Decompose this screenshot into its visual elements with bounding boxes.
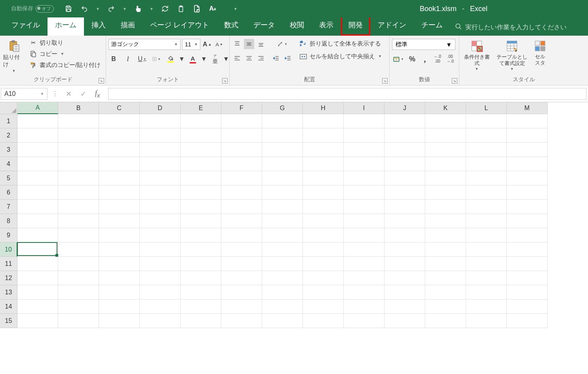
cell[interactable] <box>344 300 384 314</box>
wrap-text-button[interactable]: abc 折り返して全体を表示する <box>298 39 383 48</box>
cell[interactable] <box>344 271 384 285</box>
cell[interactable] <box>303 271 344 285</box>
row-header[interactable]: 7 <box>0 200 17 214</box>
cell[interactable] <box>303 314 344 328</box>
cell[interactable] <box>221 128 262 143</box>
decrease-decimal-button[interactable]: .00→.0 <box>445 54 455 64</box>
cell[interactable] <box>181 214 221 228</box>
cell[interactable] <box>221 171 262 185</box>
cell[interactable] <box>384 171 425 185</box>
tab-5[interactable]: 数式 <box>217 15 246 36</box>
row-header[interactable]: 3 <box>0 143 17 157</box>
cell[interactable] <box>58 128 99 143</box>
cell[interactable] <box>221 114 262 128</box>
enter-icon[interactable]: ✓ <box>80 90 86 98</box>
cell[interactable] <box>507 228 548 242</box>
cell[interactable] <box>425 228 466 242</box>
column-header[interactable]: F <box>221 102 262 114</box>
cell[interactable] <box>17 214 58 228</box>
cell[interactable] <box>466 171 507 185</box>
cell[interactable] <box>221 143 262 157</box>
cell[interactable] <box>58 228 99 242</box>
cell[interactable] <box>99 314 140 328</box>
cell[interactable] <box>58 285 99 300</box>
cell[interactable] <box>140 200 181 214</box>
cell[interactable] <box>140 314 181 328</box>
cell[interactable] <box>384 228 425 242</box>
cell[interactable] <box>99 285 140 300</box>
cell[interactable] <box>181 128 221 143</box>
dropdown-icon[interactable]: ▼ <box>123 7 127 11</box>
cell-styles-button[interactable]: セル スタ <box>532 37 548 68</box>
cell[interactable] <box>262 157 303 171</box>
cell[interactable] <box>425 114 466 128</box>
cell[interactable] <box>99 242 140 257</box>
column-header[interactable]: A <box>17 102 58 114</box>
row-header[interactable]: 15 <box>0 314 17 328</box>
cell[interactable] <box>181 242 221 257</box>
align-center-button[interactable] <box>244 53 254 63</box>
number-format-combo[interactable]: 標準 ▼ <box>392 39 455 50</box>
tab-1[interactable]: ホーム <box>48 15 84 36</box>
cell[interactable] <box>17 242 58 257</box>
cell[interactable] <box>221 228 262 242</box>
cell[interactable] <box>425 143 466 157</box>
cell[interactable] <box>221 214 262 228</box>
cell[interactable] <box>262 271 303 285</box>
column-header[interactable]: H <box>303 102 344 114</box>
cell[interactable] <box>384 257 425 271</box>
cell[interactable] <box>181 300 221 314</box>
cell[interactable] <box>17 271 58 285</box>
cell[interactable] <box>262 114 303 128</box>
cell[interactable] <box>303 228 344 242</box>
column-header[interactable]: L <box>466 102 507 114</box>
cell[interactable] <box>262 285 303 300</box>
accounting-format-button[interactable]: ▼ <box>392 54 405 64</box>
cell[interactable] <box>58 214 99 228</box>
autosave-toggle[interactable]: 自動保存 オフ <box>11 5 54 13</box>
tab-9[interactable]: 開発 <box>341 15 370 36</box>
cell[interactable] <box>181 114 221 128</box>
cell[interactable] <box>384 143 425 157</box>
page-refresh-icon[interactable] <box>192 4 201 13</box>
cell[interactable] <box>507 214 548 228</box>
cell[interactable] <box>507 257 548 271</box>
cell[interactable] <box>17 185 58 200</box>
cell[interactable] <box>384 314 425 328</box>
cell[interactable] <box>181 285 221 300</box>
cell[interactable] <box>58 143 99 157</box>
cell[interactable] <box>507 128 548 143</box>
cell[interactable] <box>99 214 140 228</box>
refresh-icon[interactable] <box>161 4 169 13</box>
tab-7[interactable]: 校閲 <box>282 15 312 36</box>
format-as-table-button[interactable]: テーブルとして書式設定▼ <box>494 37 530 73</box>
cell[interactable] <box>344 285 384 300</box>
row-header[interactable]: 10 <box>0 242 17 257</box>
cancel-icon[interactable]: ✕ <box>66 90 72 98</box>
cell[interactable] <box>140 128 181 143</box>
cell[interactable] <box>303 257 344 271</box>
cell[interactable] <box>58 157 99 171</box>
cell[interactable] <box>507 171 548 185</box>
font-style-icon[interactable]: Aa <box>208 4 217 13</box>
cell[interactable] <box>140 171 181 185</box>
cell[interactable] <box>466 157 507 171</box>
cell[interactable] <box>17 228 58 242</box>
cell[interactable] <box>303 128 344 143</box>
save-icon[interactable] <box>64 4 73 13</box>
increase-decimal-button[interactable]: ←.0.00 <box>432 54 443 64</box>
cell[interactable] <box>58 171 99 185</box>
cell[interactable] <box>140 143 181 157</box>
cell[interactable] <box>181 257 221 271</box>
cell[interactable] <box>466 214 507 228</box>
chevron-down-icon[interactable]: ▼ <box>224 54 228 64</box>
select-all-corner[interactable] <box>0 102 17 114</box>
cell[interactable] <box>221 271 262 285</box>
cell[interactable] <box>425 171 466 185</box>
column-header[interactable]: D <box>140 102 181 114</box>
clipboard-icon[interactable] <box>177 4 185 13</box>
tab-2[interactable]: 挿入 <box>84 15 113 36</box>
cell[interactable] <box>507 300 548 314</box>
cell[interactable] <box>425 157 466 171</box>
cell[interactable] <box>466 143 507 157</box>
